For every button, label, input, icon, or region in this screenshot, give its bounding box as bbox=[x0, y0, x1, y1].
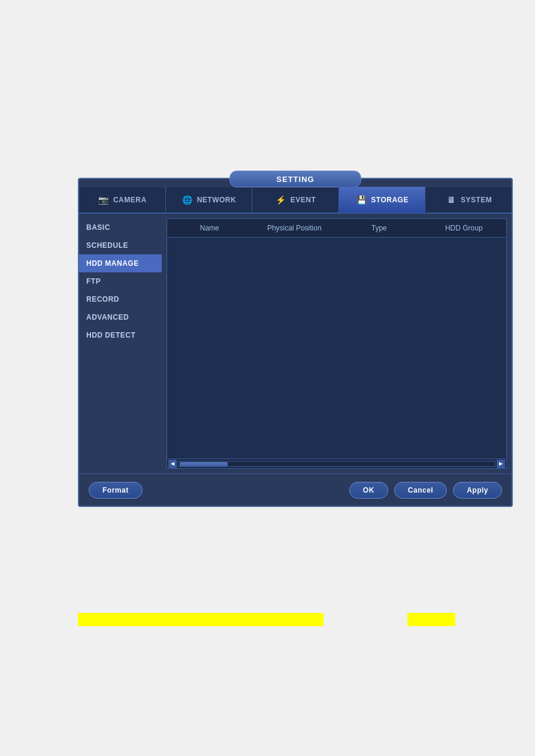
tab-camera-label: CAMERA bbox=[113, 196, 147, 204]
tab-network-label: NETWORK bbox=[197, 196, 237, 204]
ok-button[interactable]: OK bbox=[349, 482, 388, 499]
tab-camera[interactable]: CAMERA bbox=[79, 187, 166, 213]
apply-button[interactable]: Apply bbox=[453, 482, 502, 499]
tab-event-label: EVENT bbox=[291, 196, 316, 204]
bottom-bar-left: Format bbox=[89, 482, 349, 499]
tab-storage-label: STORAGE bbox=[371, 196, 409, 204]
sidebar-item-ftp[interactable]: FTP bbox=[79, 272, 162, 290]
scroll-thumb[interactable] bbox=[180, 462, 228, 467]
col-physical-position: Physical Position bbox=[252, 223, 337, 233]
cancel-button[interactable]: Cancel bbox=[394, 482, 447, 499]
sidebar-item-advanced[interactable]: ADVANCED bbox=[79, 308, 162, 326]
table-body bbox=[167, 238, 506, 459]
horizontal-scrollbar[interactable]: ◀ ▶ bbox=[167, 459, 506, 468]
yellow-highlight-right bbox=[407, 613, 455, 626]
hdd-table: Name Physical Position Type HDD Group ◀ … bbox=[167, 218, 507, 469]
network-icon bbox=[182, 194, 194, 206]
content-area: BASIC SCHEDULE HDD MANAGE FTP RECORD ADV… bbox=[79, 214, 512, 473]
dialog-title: SETTING bbox=[276, 175, 314, 184]
tab-storage[interactable]: STORAGE bbox=[339, 187, 426, 213]
storage-icon bbox=[355, 194, 367, 206]
system-icon bbox=[445, 194, 457, 206]
dialog-title-bar: SETTING bbox=[229, 171, 361, 187]
tab-system[interactable]: SYSTEM bbox=[425, 187, 512, 213]
bottom-bar-right: OK Cancel Apply bbox=[349, 482, 502, 499]
table-header: Name Physical Position Type HDD Group bbox=[167, 219, 506, 238]
scroll-track[interactable] bbox=[178, 461, 495, 467]
camera-icon bbox=[98, 194, 110, 206]
yellow-highlight-left bbox=[78, 613, 324, 626]
sidebar-item-hdd-manage[interactable]: HDD MANAGE bbox=[79, 254, 162, 272]
tab-system-label: SYSTEM bbox=[461, 196, 492, 204]
settings-dialog: SETTING CAMERA NETWORK EVENT STORAGE SYS… bbox=[78, 178, 513, 507]
tab-network[interactable]: NETWORK bbox=[166, 187, 253, 213]
col-type: Type bbox=[337, 223, 422, 233]
col-name: Name bbox=[167, 223, 252, 233]
event-icon bbox=[275, 194, 287, 206]
sidebar-item-basic[interactable]: BASIC bbox=[79, 218, 162, 236]
tab-bar: CAMERA NETWORK EVENT STORAGE SYSTEM bbox=[79, 187, 512, 214]
sidebar-item-record[interactable]: RECORD bbox=[79, 290, 162, 308]
main-panel: Name Physical Position Type HDD Group ◀ … bbox=[162, 214, 512, 473]
tab-event[interactable]: EVENT bbox=[252, 187, 339, 213]
scroll-left-arrow[interactable]: ◀ bbox=[168, 460, 177, 468]
format-button[interactable]: Format bbox=[89, 482, 143, 499]
col-hdd-group: HDD Group bbox=[422, 223, 507, 233]
sidebar-item-hdd-detect[interactable]: HDD DETECT bbox=[79, 326, 162, 344]
sidebar-item-schedule[interactable]: SCHEDULE bbox=[79, 236, 162, 254]
sidebar: BASIC SCHEDULE HDD MANAGE FTP RECORD ADV… bbox=[79, 214, 162, 473]
bottom-bar: Format OK Cancel Apply bbox=[79, 473, 512, 506]
scroll-right-arrow[interactable]: ▶ bbox=[497, 460, 505, 468]
